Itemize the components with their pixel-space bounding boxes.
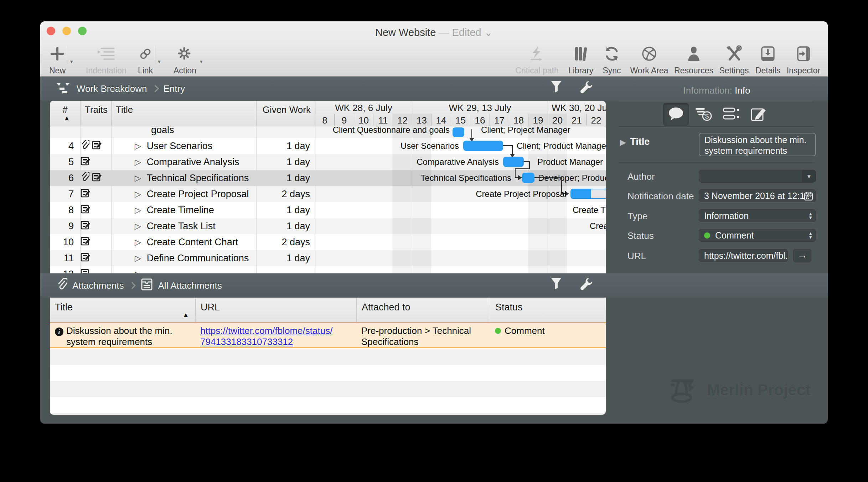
gantt-bar[interactable]: [503, 157, 524, 167]
breadcrumb-current[interactable]: All Attachments: [158, 280, 222, 291]
expand-triangle-icon[interactable]: ▷: [135, 237, 141, 247]
disclosure-triangle-icon[interactable]: ▶: [620, 138, 626, 146]
divider: [619, 101, 814, 102]
day-header[interactable]: 17: [490, 114, 509, 126]
breadcrumb-root[interactable]: Attachments: [72, 280, 124, 291]
table-row[interactable]: 11 ▷Define Communications 1 day: [50, 250, 315, 266]
details-button[interactable]: Details: [754, 43, 781, 75]
column-header-num[interactable]: # ▲: [50, 101, 80, 126]
attachment-row-selected[interactable]: iDiskussion about the min. system requir…: [50, 323, 606, 348]
table-row[interactable]: 12 ▷: [50, 266, 315, 273]
day-header[interactable]: 15: [451, 114, 470, 126]
table-row[interactable]: 5 ▷Comparative Analysis 1 day: [50, 154, 315, 170]
column-header-title[interactable]: Title: [111, 101, 256, 126]
open-url-button[interactable]: →: [793, 249, 811, 262]
day-header[interactable]: 16: [470, 114, 490, 126]
gantt-bar-partial[interactable]: [570, 189, 606, 199]
cost-tab[interactable]: $: [693, 106, 714, 124]
column-header-status[interactable]: Status: [490, 298, 606, 323]
title-field-label[interactable]: ▶Title: [620, 136, 650, 147]
day-header[interactable]: 10: [354, 114, 373, 126]
gantt-bar[interactable]: [463, 141, 503, 151]
title-field-value[interactable]: Diskussion about the min.system requirem…: [699, 133, 816, 156]
edit-tab[interactable]: [748, 106, 769, 124]
action-button[interactable]: Action: [171, 43, 199, 75]
settings-button[interactable]: Settings: [717, 43, 751, 75]
expand-triangle-icon[interactable]: ▷: [135, 189, 141, 199]
column-header-attached-to[interactable]: Attached to: [356, 298, 490, 323]
column-header-title[interactable]: Title ▲: [50, 298, 195, 323]
breadcrumb-root[interactable]: Work Breakdown: [77, 83, 147, 94]
new-dropdown-arrow[interactable]: ▾: [70, 58, 73, 65]
day-header[interactable]: 18: [509, 114, 528, 126]
url-field[interactable]: https://twitter.com/fbl...: [699, 249, 788, 262]
popup-stepper-icon[interactable]: ▲▼: [808, 210, 813, 222]
day-header[interactable]: 22: [586, 114, 606, 126]
day-header[interactable]: 8: [315, 114, 334, 126]
note-icon: [80, 220, 90, 232]
column-header-url[interactable]: URL: [195, 298, 356, 323]
expand-triangle-icon[interactable]: ▷: [135, 253, 141, 263]
inspector-icon: [796, 43, 811, 64]
dropdown-arrow-icon[interactable]: ▼: [802, 170, 816, 182]
comment-tab[interactable]: [665, 106, 687, 124]
wrench-icon[interactable]: [578, 277, 593, 295]
wrench-icon[interactable]: [578, 80, 593, 98]
day-header[interactable]: 14: [431, 114, 451, 126]
url-link[interactable]: https://twitter.com/fblome/status/: [200, 325, 332, 336]
day-header[interactable]: 13: [412, 114, 431, 126]
week-header[interactable]: WK 29, 13 July: [412, 101, 548, 114]
day-header[interactable]: 19: [528, 114, 548, 126]
week-header[interactable]: WK 28, 6 July: [315, 101, 412, 114]
table-row[interactable]: 7 ▷Create Project Proposal 2 days: [50, 186, 315, 202]
author-dropdown[interactable]: ▼: [699, 170, 816, 183]
gantt-bar[interactable]: [522, 173, 534, 183]
work-area-button[interactable]: Work Area: [629, 43, 670, 75]
filter-icon[interactable]: [550, 80, 563, 98]
window-chrome: New Website — Edited ⌄ New ▾ Indentation…: [40, 21, 828, 77]
inspector-button[interactable]: Inspector: [785, 43, 822, 75]
notification-date-field[interactable]: 3 November 2016 at 12:17: [699, 189, 816, 202]
table-row-selected[interactable]: 6 ▷Technical Specifications 1 day: [50, 170, 315, 186]
library-button[interactable]: Library: [565, 43, 597, 75]
day-header[interactable]: 9: [334, 114, 354, 126]
new-button[interactable]: New: [47, 43, 67, 75]
day-header[interactable]: 21: [567, 114, 586, 126]
gantt-bar[interactable]: [453, 127, 464, 137]
sync-button[interactable]: Sync: [600, 43, 623, 75]
type-popup[interactable]: Information ▲▼: [699, 209, 816, 222]
expand-triangle-icon[interactable]: ▷: [135, 269, 141, 273]
expand-triangle-icon[interactable]: ▷: [135, 205, 141, 215]
gantt-resource-label: Client; Product Manager: [517, 141, 606, 151]
url-link[interactable]: 794133183310733312: [200, 336, 293, 347]
table-row[interactable]: 10 ▷Create Content Chart 2 days: [50, 234, 315, 250]
column-header-given-work[interactable]: Given Work: [256, 101, 315, 126]
day-header[interactable]: 20: [548, 114, 567, 126]
fields-tab[interactable]: [720, 106, 742, 124]
status-popup[interactable]: Comment ▲▼: [699, 229, 816, 242]
link-dropdown-arrow[interactable]: ▾: [158, 58, 161, 65]
books-icon: [573, 43, 589, 64]
expand-triangle-icon[interactable]: ▷: [135, 157, 141, 167]
day-header[interactable]: 11: [373, 114, 393, 126]
calendar-icon[interactable]: [804, 191, 813, 202]
filter-icon[interactable]: [550, 277, 563, 295]
action-dropdown-arrow[interactable]: ▾: [200, 58, 203, 65]
indentation-button: Indentation: [83, 43, 129, 75]
resources-button[interactable]: Resources: [674, 43, 714, 75]
day-header[interactable]: 12: [393, 114, 412, 126]
note-icon: [80, 236, 90, 248]
table-row[interactable]: 4 ▷User Scenarios 1 day: [50, 138, 315, 154]
popup-stepper-icon[interactable]: ▲▼: [808, 229, 813, 241]
expand-triangle-icon[interactable]: ▷: [135, 221, 141, 231]
paperclip-icon: [80, 140, 89, 152]
breadcrumb-current[interactable]: Entry: [164, 83, 185, 94]
column-header-traits[interactable]: Traits: [80, 101, 111, 126]
table-row[interactable]: 8 ▷Create Timeline 1 day: [50, 202, 315, 218]
expand-triangle-icon[interactable]: ▷: [135, 173, 141, 183]
table-row[interactable]: goals: [50, 126, 315, 138]
expand-triangle-icon[interactable]: ▷: [135, 141, 141, 151]
week-header[interactable]: WK 30, 20 July: [548, 101, 606, 114]
table-row[interactable]: 9 ▷Create Task List 1 day: [50, 218, 315, 234]
link-button[interactable]: Link: [134, 43, 157, 75]
